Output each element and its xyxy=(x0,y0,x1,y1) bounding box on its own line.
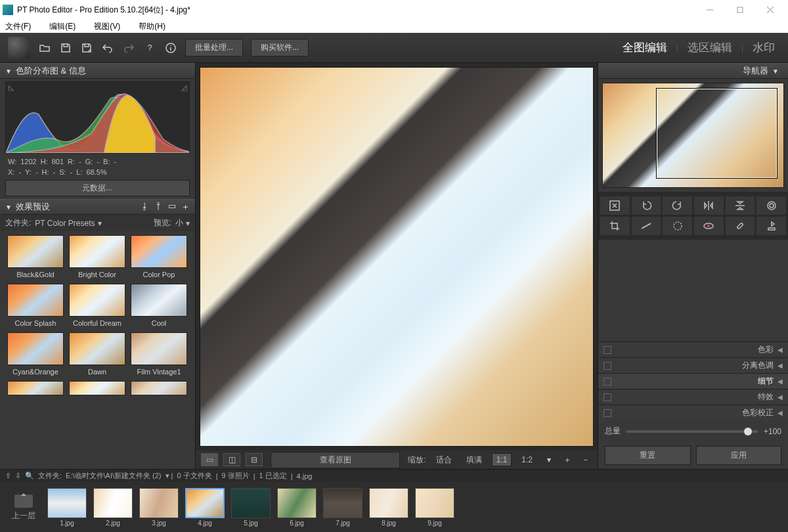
folder-up-icon xyxy=(14,495,33,508)
path-up-icon[interactable]: ⇧ xyxy=(5,472,11,480)
adj-calibration[interactable]: 色彩校正◀ xyxy=(598,405,788,420)
maximize-button[interactable] xyxy=(725,0,755,20)
preset-item[interactable]: Dawn xyxy=(67,331,127,380)
reset-button[interactable]: 重置 xyxy=(605,446,691,465)
menu-file[interactable]: 文件(F) xyxy=(5,21,31,32)
add-preset-icon[interactable]: ＋ xyxy=(181,201,190,213)
flip-v-icon[interactable] xyxy=(725,196,756,215)
filmstrip-item[interactable]: 9.jpg xyxy=(414,488,456,527)
preset-item[interactable] xyxy=(67,380,127,395)
zoom-fill[interactable]: 填满 xyxy=(462,453,487,468)
search-icon[interactable]: 🔍 xyxy=(25,472,34,480)
redeye-icon[interactable] xyxy=(693,216,724,236)
adj-effects[interactable]: 特效◀ xyxy=(598,389,788,405)
rotate-right-icon[interactable] xyxy=(662,196,693,215)
import-preset-icon[interactable]: ⭳ xyxy=(141,201,149,213)
lens-icon[interactable] xyxy=(756,196,787,215)
view-split-h-icon[interactable]: ◫ xyxy=(223,453,240,466)
folder-path[interactable]: E:\临时文件\AI\新建文件夹 (2) xyxy=(66,471,161,481)
metadata-button[interactable]: 元数据... xyxy=(5,180,190,196)
navigator-viewport[interactable] xyxy=(657,89,777,178)
straighten-icon[interactable] xyxy=(631,216,662,236)
info-icon[interactable] xyxy=(164,41,177,55)
info-row-2: X:- Y:- H:- S:- L:68.5% xyxy=(0,167,195,177)
menu-help[interactable]: 帮助(H) xyxy=(139,21,165,32)
presets-header[interactable]: ▼效果预设 ⭳ ⭱ ▭ ＋ xyxy=(0,199,195,215)
amount-slider[interactable] xyxy=(626,430,758,433)
preset-size-dropdown[interactable]: 小 ▾ xyxy=(175,217,190,229)
svg-point-7 xyxy=(707,225,710,227)
view-original-button[interactable]: 查看原图 xyxy=(271,452,400,468)
preset-subbar: 文件夹: PT Color Presets ▾ 预览: 小 ▾ xyxy=(0,215,195,231)
filmstrip-item[interactable]: 5.jpg xyxy=(230,488,272,527)
info-row-1: W:1202 H:801 R:- G:- B:- xyxy=(0,156,195,167)
menu-view[interactable]: 视图(V) xyxy=(94,21,120,32)
adj-split-tone[interactable]: 分离色调◀ xyxy=(598,357,788,373)
open-folder-icon[interactable] xyxy=(38,41,51,55)
menu-edit[interactable]: 编辑(E) xyxy=(49,21,76,32)
preset-item[interactable]: Bright Color xyxy=(67,234,127,282)
path-down-icon[interactable]: ⇩ xyxy=(15,472,21,480)
zoom-1-2[interactable]: 1:2 xyxy=(517,453,537,466)
filmstrip-item[interactable]: 6.jpg xyxy=(276,488,318,527)
filmstrip-item[interactable]: 1.jpg xyxy=(46,488,88,527)
flip-h-icon[interactable] xyxy=(693,196,724,215)
zoom-in-icon[interactable]: ＋ xyxy=(561,453,574,466)
redo-icon[interactable] xyxy=(122,41,135,55)
clone-icon[interactable] xyxy=(756,216,787,236)
minimize-button[interactable] xyxy=(695,0,725,20)
save-as-icon[interactable] xyxy=(80,41,93,55)
zoom-down-icon[interactable]: ▾ xyxy=(542,453,556,466)
tab-full-edit[interactable]: 全图编辑 xyxy=(617,39,672,56)
buy-button[interactable]: 购买软件... xyxy=(251,39,309,56)
tab-watermark[interactable]: 水印 xyxy=(747,39,780,56)
filmstrip-item[interactable]: 4.jpg xyxy=(184,488,226,527)
crop-icon[interactable] xyxy=(600,216,630,236)
apply-button[interactable]: 应用 xyxy=(696,446,782,465)
window-title: PT Photo Editor - Pro Edition 5.10.2[64位… xyxy=(17,5,695,16)
preset-item[interactable]: Colorful Dream xyxy=(67,282,127,331)
navigator-header[interactable]: 导航器▼ xyxy=(598,63,788,79)
zoom-fit[interactable]: 适合 xyxy=(431,453,456,468)
preset-item[interactable]: Black&Gold xyxy=(5,234,66,282)
app-logo xyxy=(8,37,30,59)
filmstrip-up-button[interactable]: 上一层 xyxy=(5,493,42,521)
filmstrip-item[interactable]: 3.jpg xyxy=(138,488,180,527)
adj-detail[interactable]: 细节◀ xyxy=(598,373,788,389)
titlebar: PT Photo Editor - Pro Edition 5.10.2[64位… xyxy=(0,0,788,20)
filmstrip-item[interactable]: 7.jpg xyxy=(322,488,364,527)
preset-item[interactable] xyxy=(129,380,189,395)
zoom-1-1[interactable]: 1:1 xyxy=(492,453,512,466)
new-folder-icon[interactable]: ▭ xyxy=(168,201,176,213)
main-toolbar: ? 批量处理... 购买软件... 全图编辑 | 选区编辑 | 水印 xyxy=(0,33,788,63)
rotate-left-icon[interactable] xyxy=(631,196,662,215)
close-button[interactable] xyxy=(755,0,785,20)
navigator-thumbnail[interactable] xyxy=(602,83,784,188)
histogram-header[interactable]: ▼色阶分布图 & 信息 xyxy=(0,63,195,79)
tab-selection-edit[interactable]: 选区编辑 xyxy=(682,39,737,56)
save-icon[interactable] xyxy=(59,41,72,55)
preset-item[interactable]: Cool xyxy=(129,282,189,331)
zoom-out-icon[interactable]: － xyxy=(579,453,592,466)
undo-icon[interactable] xyxy=(101,41,114,55)
preset-item[interactable]: Film Vintage1 xyxy=(129,331,189,380)
view-single-icon[interactable]: ▭ xyxy=(201,453,218,466)
preset-item[interactable] xyxy=(5,380,66,395)
batch-button[interactable]: 批量处理... xyxy=(185,39,243,56)
perspective-icon[interactable] xyxy=(662,216,693,236)
help-icon[interactable]: ? xyxy=(143,41,156,55)
preset-item[interactable]: Color Splash xyxy=(5,282,66,331)
export-preset-icon[interactable]: ⭱ xyxy=(154,201,163,213)
filmstrip-item[interactable]: 8.jpg xyxy=(368,488,410,527)
filmstrip-item[interactable]: 2.jpg xyxy=(92,488,134,527)
preset-folder-dropdown[interactable]: PT Color Presets ▾ xyxy=(35,219,101,228)
image-canvas[interactable] xyxy=(200,67,594,447)
adj-color[interactable]: 色彩◀ xyxy=(598,342,788,357)
menubar: 文件(F) 编辑(E) 视图(V) 帮助(H) xyxy=(0,20,788,33)
heal-icon[interactable] xyxy=(725,216,756,236)
view-split-v-icon[interactable]: ⊟ xyxy=(246,453,263,466)
preset-item[interactable]: Color Pop xyxy=(129,234,189,282)
canvas-toolbar: ▭ ◫ ⊟ 查看原图 缩放: 适合 填满 1:1 1:2 ▾ ＋ － xyxy=(196,451,598,469)
preset-item[interactable]: Cyan&Orange xyxy=(5,331,66,380)
fit-screen-icon[interactable] xyxy=(600,196,630,215)
